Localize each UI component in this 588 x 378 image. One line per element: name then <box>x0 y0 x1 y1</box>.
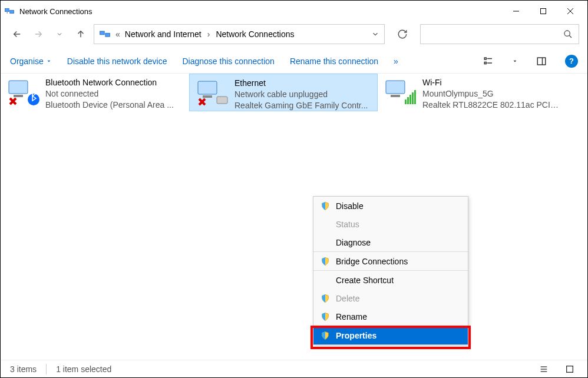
shield-icon <box>321 312 330 321</box>
breadcrumb-current[interactable]: Network Connections <box>216 29 294 39</box>
context-label: Disable <box>336 201 364 211</box>
rename-connection-button[interactable]: Rename this connection <box>290 57 378 66</box>
svg-rect-23 <box>386 81 405 94</box>
context-label: Rename <box>336 312 367 321</box>
connection-device: Realtek RTL8822CE 802.11ac PCIe ... <box>422 100 561 111</box>
address-bar[interactable]: « Network and Internet › Network Connect… <box>94 24 385 44</box>
connection-name: Wi-Fi <box>422 77 561 88</box>
back-button[interactable] <box>9 26 25 42</box>
help-button[interactable]: ? <box>565 55 578 68</box>
context-label: Diagnose <box>336 238 371 247</box>
svg-rect-1 <box>10 11 14 14</box>
svg-rect-33 <box>567 366 573 372</box>
separator <box>46 364 47 374</box>
connection-wifi[interactable]: Wi-Fi MountOlympus_5G Realtek RTL8822CE … <box>378 74 566 111</box>
svg-rect-12 <box>484 62 486 64</box>
context-status: Status <box>313 215 468 233</box>
context-properties[interactable]: Properties <box>313 326 468 344</box>
svg-rect-22 <box>217 97 227 104</box>
status-item-count: 3 items <box>10 364 37 374</box>
location-icon <box>99 28 111 40</box>
context-label: Delete <box>336 294 359 303</box>
svg-rect-0 <box>5 9 9 12</box>
shield-icon <box>321 294 330 303</box>
svg-rect-18 <box>14 95 23 97</box>
svg-rect-25 <box>405 100 407 104</box>
search-box[interactable] <box>420 24 579 44</box>
svg-line-10 <box>569 35 572 38</box>
titlebar: Network Connections <box>1 1 587 22</box>
details-view-button[interactable] <box>536 361 552 377</box>
context-label: Bridge Connections <box>336 257 408 266</box>
disable-device-button[interactable]: Disable this network device <box>67 57 167 66</box>
status-selected-count: 1 item selected <box>56 364 111 374</box>
svg-rect-29 <box>414 90 416 104</box>
minimize-button[interactable] <box>503 2 530 21</box>
breadcrumb-parent[interactable]: Network and Internet <box>125 29 201 39</box>
maximize-button[interactable] <box>530 2 557 21</box>
breadcrumb: Network and Internet › Network Connectio… <box>125 29 295 39</box>
connection-bluetooth[interactable]: Bluetooth Network Connection Not connect… <box>1 74 189 111</box>
svg-point-9 <box>564 31 570 36</box>
svg-rect-11 <box>484 58 486 59</box>
chevron-right-icon: › <box>207 29 210 39</box>
chevron-down-icon[interactable] <box>512 58 518 64</box>
app-icon <box>4 6 15 16</box>
bluetooth-adapter-icon <box>5 77 41 107</box>
context-rename[interactable]: Rename <box>313 307 468 326</box>
context-disable[interactable]: Disable <box>313 197 468 215</box>
window-title: Network Connections <box>19 7 503 16</box>
command-bar: Organise Disable this network device Dia… <box>1 49 587 74</box>
diagnose-connection-button[interactable]: Diagnose this connection <box>182 57 274 66</box>
large-icons-view-button[interactable] <box>561 361 578 377</box>
svg-rect-28 <box>412 92 414 104</box>
preview-pane-button[interactable] <box>533 53 550 69</box>
forward-button[interactable] <box>30 26 47 42</box>
context-delete: Delete <box>313 289 468 307</box>
context-bridge[interactable]: Bridge Connections <box>313 252 468 270</box>
navigation-bar: « Network and Internet › Network Connect… <box>1 22 587 49</box>
svg-rect-26 <box>407 97 409 104</box>
chevron-down-icon[interactable] <box>371 30 379 38</box>
organise-label: Organise <box>10 57 44 66</box>
context-label: Properties <box>336 331 376 340</box>
ethernet-adapter-icon <box>194 78 230 107</box>
wifi-adapter-icon <box>382 77 418 107</box>
connection-device: Realtek Gaming GbE Family Contr... <box>234 100 372 111</box>
connection-status: Network cable unplugged <box>234 89 372 100</box>
overflow-menu[interactable]: » <box>394 57 398 66</box>
breadcrumb-root-chevron[interactable]: « <box>115 29 120 39</box>
svg-rect-24 <box>391 95 400 97</box>
close-button[interactable] <box>557 2 584 21</box>
svg-rect-15 <box>537 58 546 65</box>
svg-rect-7 <box>100 31 105 35</box>
status-bar: 3 items 1 item selected <box>1 360 587 377</box>
chevron-down-icon <box>46 58 52 64</box>
refresh-button[interactable] <box>393 25 412 44</box>
connection-device: Bluetooth Device (Personal Area ... <box>45 100 184 111</box>
context-label: Create Shortcut <box>336 276 394 285</box>
connection-status: Not connected <box>45 88 184 100</box>
svg-rect-21 <box>203 95 212 98</box>
svg-rect-27 <box>409 95 411 104</box>
up-button[interactable] <box>72 26 89 42</box>
svg-rect-4 <box>541 9 546 14</box>
context-menu: Disable Status Diagnose Bridge Connectio… <box>313 196 468 345</box>
chevron-double-icon: » <box>394 57 398 66</box>
context-diagnose[interactable]: Diagnose <box>313 233 468 251</box>
connection-ethernet[interactable]: Ethernet Network cable unplugged Realtek… <box>189 74 378 111</box>
recent-dropdown[interactable] <box>51 26 68 42</box>
connection-status: MountOlympus_5G <box>422 88 561 100</box>
connection-name: Bluetooth Network Connection <box>45 77 184 88</box>
shield-icon <box>321 257 330 266</box>
content-area: Bluetooth Network Connection Not connect… <box>1 74 587 111</box>
svg-rect-17 <box>9 81 28 94</box>
svg-rect-8 <box>105 33 110 37</box>
shield-icon <box>321 331 330 340</box>
window-controls <box>503 2 584 21</box>
view-options-button[interactable] <box>480 53 497 69</box>
context-label: Status <box>336 220 359 229</box>
organise-menu[interactable]: Organise <box>10 57 52 66</box>
context-create-shortcut[interactable]: Create Shortcut <box>313 271 468 289</box>
search-icon <box>563 29 573 39</box>
